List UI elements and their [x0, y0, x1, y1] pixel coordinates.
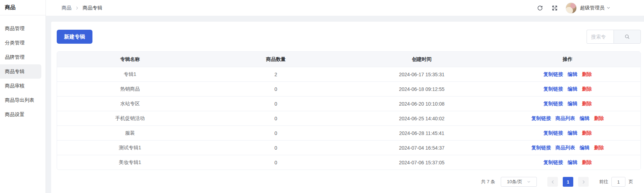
delete-action[interactable]: 删除 [582, 130, 592, 136]
album-name-cell: 专辑1 [57, 71, 203, 78]
create-album-button[interactable]: 新建专辑 [57, 30, 92, 44]
table-row: 水站专区 0 2024-06-20 10:10:08 复制链接编辑删除 [57, 96, 640, 111]
product-count-cell: 0 [203, 160, 349, 165]
album-name-cell: 服装 [57, 130, 203, 136]
search-input[interactable] [587, 30, 614, 44]
delete-action[interactable]: 删除 [582, 86, 592, 92]
product-count-cell: 0 [203, 101, 349, 107]
prev-page-button[interactable] [547, 177, 558, 187]
chevron-down-icon[interactable] [606, 6, 611, 10]
created-time-cell: 2024-06-20 10:10:08 [349, 101, 495, 107]
album-name-cell: 热销商品 [57, 86, 203, 92]
sidebar-item-link[interactable]: 分类管理 [0, 36, 41, 50]
delete-action[interactable]: 删除 [594, 145, 604, 151]
sidebar-item-label: 商品设置 [5, 112, 25, 118]
page-size-value: 10条/页 [507, 179, 522, 185]
edit-action[interactable]: 编辑 [568, 159, 577, 166]
search-group [587, 30, 641, 44]
page-size-select[interactable]: 10条/页 [501, 177, 537, 187]
edit-action[interactable]: 编辑 [568, 101, 577, 107]
copy-link-action[interactable]: 复制链接 [543, 71, 563, 78]
avatar[interactable] [566, 2, 577, 14]
delete-action[interactable]: 删除 [582, 71, 592, 78]
copy-link-action[interactable]: 复制链接 [531, 145, 551, 151]
product-count-cell: 0 [203, 130, 349, 136]
actions-cell: 复制链接编辑删除 [495, 159, 641, 166]
topbar: 商品 商品专辑 超级管理员 [46, 0, 644, 16]
product-list-action[interactable]: 商品列表 [555, 145, 575, 151]
edit-action[interactable]: 编辑 [580, 145, 589, 151]
sidebar-item-label: 商品导出列表 [5, 97, 34, 103]
sidebar-item-link[interactable]: 品牌管理 [0, 50, 41, 64]
delete-action[interactable]: 删除 [594, 115, 604, 122]
sidebar-item-link[interactable]: 商品设置 [0, 107, 41, 122]
content-area: 新建专辑 专辑名称 商品数量 创建时间 [46, 16, 644, 193]
product-count-cell: 0 [203, 145, 349, 151]
table-row: 专辑1 2 2024-06-17 15:35:31 复制链接编辑删除 [57, 67, 640, 81]
fullscreen-icon[interactable] [552, 5, 558, 11]
chevron-down-icon [527, 180, 531, 184]
created-time-cell: 2024-06-18 09:12:55 [349, 86, 495, 92]
delete-action[interactable]: 删除 [582, 101, 592, 107]
album-name-cell: 测试专辑1 [57, 145, 203, 151]
search-button[interactable] [614, 30, 641, 44]
column-header-actions: 操作 [495, 56, 641, 63]
pagination: 共 7 条 10条/页 1 [57, 177, 641, 187]
page-number-1[interactable]: 1 [563, 177, 573, 187]
main-column: 商品 商品专辑 超级管理员 [46, 0, 644, 193]
edit-action[interactable]: 编辑 [568, 130, 577, 136]
sidebar-item-label: 商品管理 [5, 26, 25, 32]
actions-cell: 复制链接商品列表编辑删除 [495, 145, 641, 151]
edit-action[interactable]: 编辑 [568, 86, 577, 92]
album-name-cell: 手机促销活动 [57, 115, 203, 122]
chevron-left-icon [550, 180, 555, 184]
table-header-row: 专辑名称 商品数量 创建时间 操作 [57, 52, 640, 67]
sidebar-item-link[interactable]: 商品导出列表 [0, 93, 41, 107]
sidebar-item-link[interactable]: 商品审核 [0, 79, 41, 93]
table-body: 专辑1 2 2024-06-17 15:35:31 复制链接编辑删除 热销商品 … [57, 67, 640, 170]
sidebar: 商品 商品管理 分类管理 品牌管理 商品专辑 商品审核 商品导出列表 商品设置 [0, 0, 46, 193]
sidebar-item-label: 分类管理 [5, 40, 25, 46]
chevron-right-icon [581, 180, 586, 184]
column-header-product-count: 商品数量 [203, 56, 349, 63]
edit-action[interactable]: 编辑 [568, 71, 577, 78]
sidebar-item-link[interactable]: 商品管理 [0, 21, 41, 36]
next-page-button[interactable] [578, 177, 589, 187]
delete-action[interactable]: 删除 [582, 159, 592, 166]
copy-link-action[interactable]: 复制链接 [543, 101, 563, 107]
album-table: 专辑名称 商品数量 创建时间 操作 专辑1 2 2024-06-17 15:35… [57, 51, 641, 170]
goto-page-input[interactable] [611, 177, 625, 187]
content-card: 新建专辑 专辑名称 商品数量 创建时间 [51, 22, 644, 193]
actions-cell: 复制链接编辑删除 [495, 130, 641, 136]
chevron-right-icon [75, 6, 79, 10]
table-row: 手机促销活动 0 2024-06-25 14:40:02 复制链接商品列表编辑删… [57, 111, 640, 126]
actions-cell: 复制链接编辑删除 [495, 71, 641, 78]
sidebar-title: 商品 [0, 0, 46, 15]
table-row: 服装 0 2024-06-28 11:45:41 复制链接编辑删除 [57, 126, 640, 140]
user-name[interactable]: 超级管理员 [580, 5, 604, 11]
copy-link-action[interactable]: 复制链接 [531, 115, 551, 122]
refresh-icon[interactable] [537, 5, 543, 11]
actions-cell: 复制链接编辑删除 [495, 101, 641, 107]
created-time-cell: 2024-07-06 15:37:05 [349, 160, 495, 165]
sidebar-item-active[interactable]: 商品专辑 [0, 64, 41, 79]
toolbar: 新建专辑 [57, 30, 641, 44]
created-time-cell: 2024-06-25 14:40:02 [349, 116, 495, 121]
created-time-cell: 2024-06-28 11:45:41 [349, 130, 495, 136]
app-window: 商品 商品管理 分类管理 品牌管理 商品专辑 商品审核 商品导出列表 商品设置 … [0, 0, 644, 193]
album-name-cell: 水站专区 [57, 101, 203, 107]
copy-link-action[interactable]: 复制链接 [543, 130, 563, 136]
copy-link-action[interactable]: 复制链接 [543, 86, 563, 92]
breadcrumb: 商品 商品专辑 [62, 5, 102, 11]
edit-action[interactable]: 编辑 [580, 115, 589, 122]
created-time-cell: 2024-06-17 15:35:31 [349, 72, 495, 77]
column-header-album-name: 专辑名称 [57, 56, 203, 63]
breadcrumb-item-product-album: 商品专辑 [83, 5, 102, 11]
copy-link-action[interactable]: 复制链接 [543, 159, 563, 166]
created-time-cell: 2024-07-04 16:54:37 [349, 145, 495, 151]
pagination-total: 共 7 条 [481, 179, 495, 185]
product-list-action[interactable]: 商品列表 [555, 115, 575, 122]
goto-label: 前往 [599, 179, 608, 185]
actions-cell: 复制链接编辑删除 [495, 86, 641, 92]
breadcrumb-item-products[interactable]: 商品 [62, 5, 71, 11]
